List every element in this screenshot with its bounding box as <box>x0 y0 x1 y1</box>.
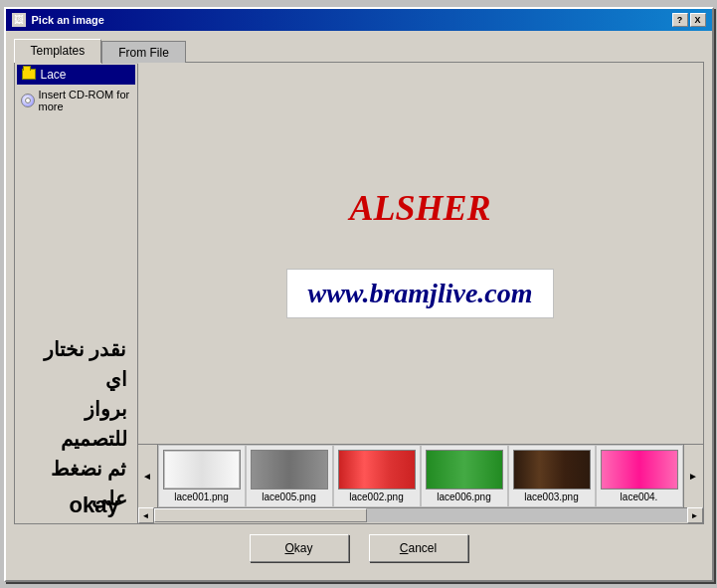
arabic-line1: نقدر نختار ايبرواز للتصميمثم نضغط على <box>25 334 127 513</box>
thumb-label: lace001.png <box>174 491 229 502</box>
thumbnails-scroll: lace001.pnglace005.pnglace002.pnglace006… <box>158 445 683 507</box>
thumbnail-item[interactable]: lace006.png <box>421 445 508 507</box>
scroll-right-btn[interactable]: ► <box>683 445 703 507</box>
thumb-image <box>163 450 241 490</box>
dialog-title: Pick an image <box>32 14 104 26</box>
scrollbar-thumb[interactable] <box>154 508 367 522</box>
tab-templates[interactable]: Templates <box>14 39 102 63</box>
thumb-label: lace006.png <box>437 491 491 502</box>
tree-area: Lace Insert CD-ROM for more <box>15 63 137 295</box>
thumbnail-item[interactable]: lace004. <box>596 445 683 507</box>
thumb-label: lace002.png <box>349 491 404 502</box>
thumb-image <box>338 450 416 490</box>
website-box: www.bramjlive.com <box>286 269 553 318</box>
thumbnails-section: ◄ lace001.pnglace005.pnglace002.pnglace0… <box>138 444 703 523</box>
main-area: Lace Insert CD-ROM for more نقدر نختار ا… <box>14 62 704 524</box>
alsher-watermark: ALSHER <box>349 187 490 229</box>
scrollbar-right-btn[interactable]: ► <box>687 507 703 523</box>
folder-icon <box>21 67 37 83</box>
dialog-content: Templates From File Lace <box>6 31 712 580</box>
thumbnail-item[interactable]: lace003.png <box>508 445 596 507</box>
left-panel: Lace Insert CD-ROM for more نقدر نختار ا… <box>15 63 138 523</box>
thumbnail-scrollbar[interactable]: ◄ ► <box>138 507 703 523</box>
thumb-image <box>251 450 328 490</box>
dialog: 🖼 Pick an image ? X Templates From File <box>4 7 714 582</box>
title-bar-left: 🖼 Pick an image <box>12 13 104 27</box>
title-buttons: ? X <box>672 13 706 27</box>
scrollbar-track[interactable] <box>154 508 687 522</box>
cd-icon <box>21 93 35 108</box>
cancel-btn-label: Cancel <box>400 541 437 555</box>
thumb-image <box>426 450 503 490</box>
cancel-button[interactable]: Cancel <box>369 534 468 562</box>
tree-item-label: Lace <box>41 68 67 82</box>
help-button[interactable]: ? <box>672 13 688 27</box>
thumb-label: lace004. <box>621 491 658 502</box>
insert-cd-item: Insert CD-ROM for more <box>17 85 135 116</box>
thumbnail-area: ◄ lace001.pnglace005.pnglace002.pnglace0… <box>138 444 703 507</box>
thumbnail-item[interactable]: lace005.png <box>246 445 333 507</box>
thumb-image <box>513 450 591 490</box>
bottom-buttons: Okay Cancel <box>14 524 704 572</box>
tab-bar: Templates From File <box>14 39 704 62</box>
thumbnail-item[interactable]: lace001.png <box>158 445 246 507</box>
thumbnail-item[interactable]: lace002.png <box>333 445 421 507</box>
tab-from-file[interactable]: From File <box>101 41 186 64</box>
okay-btn-label: Okay <box>284 541 312 555</box>
cd-label: Insert CD-ROM for more <box>39 89 131 112</box>
okay-button[interactable]: Okay <box>250 534 349 562</box>
website-text: www.bramjlive.com <box>307 278 532 309</box>
tree-item-lace[interactable]: Lace <box>17 65 135 85</box>
okay-label: okay <box>70 492 119 518</box>
dialog-icon: 🖼 <box>12 13 26 27</box>
thumb-label: lace005.png <box>262 491 316 502</box>
scroll-left-btn[interactable]: ◄ <box>138 445 158 507</box>
thumb-label: lace003.png <box>524 491 579 502</box>
close-button[interactable]: X <box>690 13 706 27</box>
right-panel: ALSHER www.bramjlive.com ◄ lace001.pngla… <box>138 63 703 523</box>
scrollbar-left-btn[interactable]: ◄ <box>138 507 154 523</box>
title-bar: 🖼 Pick an image ? X <box>6 9 712 31</box>
thumb-image <box>601 450 678 490</box>
